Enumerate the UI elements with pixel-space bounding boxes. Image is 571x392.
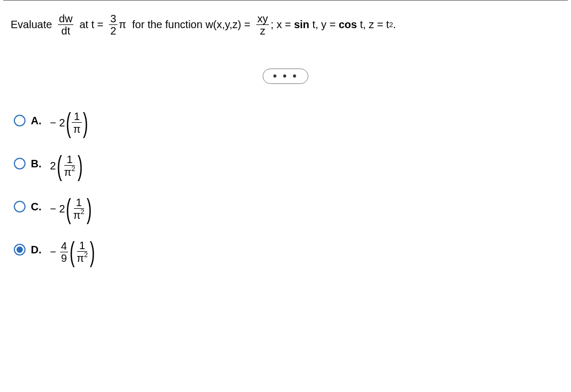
left-paren: ( bbox=[66, 198, 71, 220]
option-letter: D. bbox=[31, 244, 45, 256]
left-paren: ( bbox=[70, 241, 75, 263]
option-radio[interactable] bbox=[14, 158, 26, 169]
option-radio[interactable] bbox=[14, 244, 26, 255]
option-row: A.− 2(1π) bbox=[14, 110, 560, 135]
frac-3-2: 3 2 bbox=[109, 13, 117, 37]
option-expression: 2(1π2) bbox=[50, 154, 82, 178]
frac-dw-dt: dw dt bbox=[58, 13, 74, 37]
options-group: A.− 2(1π)B.2(1π2)C.− 2(1π2)D.− 49(1π2) bbox=[14, 110, 560, 265]
pi-exponent: 2 bbox=[84, 251, 88, 259]
paren-group: (1π) bbox=[66, 110, 87, 135]
paren-group: (1π2) bbox=[66, 197, 91, 221]
more-button[interactable]: • • • bbox=[263, 69, 308, 84]
period: . bbox=[393, 19, 396, 31]
right-paren: ) bbox=[82, 112, 88, 134]
pi-exponent: 2 bbox=[81, 208, 85, 216]
coef-sign: − bbox=[50, 246, 56, 258]
option-row: D.− 49(1π2) bbox=[14, 240, 560, 265]
option-radio[interactable] bbox=[14, 201, 26, 212]
inner-fraction: 1π2 bbox=[71, 197, 87, 221]
option-letter: A. bbox=[31, 115, 45, 127]
inner-num: 1 bbox=[72, 110, 82, 123]
right-paren: ) bbox=[77, 155, 82, 177]
lead-word: Evaluate bbox=[11, 19, 52, 31]
outer-fraction: 49 bbox=[60, 240, 68, 264]
semicolon-x-eq: ; x = bbox=[271, 19, 291, 31]
option-letter: B. bbox=[31, 158, 45, 170]
frac-xy-z: xy z bbox=[256, 13, 269, 37]
option-radio[interactable] bbox=[14, 115, 26, 126]
option-expression: − 2(1π) bbox=[50, 110, 88, 135]
coef: − 2 bbox=[50, 117, 65, 129]
t-squared-exp: 2 bbox=[389, 21, 393, 29]
option-row: B.2(1π2) bbox=[14, 154, 560, 178]
inner-den: π2 bbox=[71, 209, 87, 221]
option-row: C.− 2(1π2) bbox=[14, 197, 560, 221]
inner-den: π2 bbox=[62, 166, 77, 178]
question-text: Evaluate dw dt at t = 3 2 π for the func… bbox=[11, 13, 560, 37]
coef: 2 bbox=[50, 160, 56, 172]
pi-symbol: π bbox=[73, 209, 81, 221]
ellipsis-dots: • • • bbox=[273, 70, 298, 82]
inner-fraction: 1π bbox=[71, 110, 83, 135]
coef: − 2 bbox=[50, 203, 65, 215]
pi-symbol: π bbox=[77, 252, 84, 265]
at-t-eq: at t = bbox=[79, 19, 103, 31]
right-paren: ) bbox=[87, 198, 92, 220]
pi-exponent: 2 bbox=[71, 165, 75, 173]
right-paren: ) bbox=[90, 241, 95, 263]
inner-num: 1 bbox=[74, 197, 84, 209]
cos-bold: cos bbox=[339, 19, 357, 31]
left-paren: ( bbox=[66, 112, 71, 134]
outer-frac-den: 9 bbox=[60, 252, 68, 264]
sin-bold: sin bbox=[294, 19, 309, 31]
inner-fraction: 1π2 bbox=[74, 240, 90, 265]
for-function: for the function w(x,y,z) = bbox=[132, 19, 251, 31]
inner-den: π2 bbox=[74, 252, 90, 265]
pi-symbol: π bbox=[73, 123, 81, 135]
pi-after-3-2: π bbox=[119, 19, 127, 31]
paren-group: (1π2) bbox=[57, 154, 82, 178]
t-comma-y-eq: t, y = bbox=[312, 19, 335, 31]
paren-group: (1π2) bbox=[70, 240, 95, 265]
option-letter: C. bbox=[31, 201, 45, 213]
option-expression: − 49(1π2) bbox=[50, 240, 95, 265]
pi-symbol: π bbox=[64, 166, 71, 178]
left-paren: ( bbox=[57, 155, 62, 177]
inner-den: π bbox=[71, 123, 83, 135]
t-z-eq-t: t, z = t bbox=[360, 19, 389, 31]
inner-num: 1 bbox=[64, 154, 74, 166]
outer-frac-num: 4 bbox=[60, 240, 68, 252]
inner-num: 1 bbox=[77, 240, 87, 252]
option-expression: − 2(1π2) bbox=[50, 197, 91, 221]
inner-fraction: 1π2 bbox=[62, 154, 77, 178]
